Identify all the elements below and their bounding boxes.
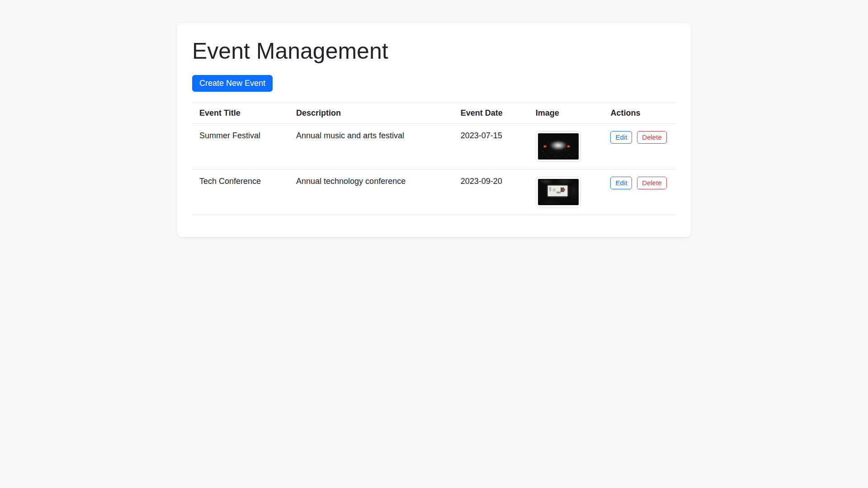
- crowd-speckles: [538, 133, 538, 134]
- column-header-actions: Actions: [603, 103, 676, 124]
- event-actions-cell: Edit Delete: [603, 124, 676, 169]
- events-table-header: Event Title Description Event Date Image…: [192, 103, 676, 124]
- column-header-description: Description: [289, 103, 453, 124]
- presentation-screen: [547, 185, 568, 197]
- column-header-event-date: Event Date: [453, 103, 528, 124]
- screen-red-dot: [563, 189, 565, 191]
- event-management-card: Event Management Create New Event Event …: [177, 23, 691, 237]
- event-image-cell: [528, 124, 604, 169]
- screen-content-blocks: [548, 186, 567, 197]
- column-header-event-title: Event Title: [192, 103, 289, 124]
- event-date-cell: 2023-09-20: [453, 169, 528, 215]
- page-title: Event Management: [192, 38, 676, 65]
- edit-button[interactable]: Edit: [610, 131, 632, 144]
- events-table: Event Title Description Event Date Image…: [192, 103, 676, 215]
- event-title-cell: Tech Conference: [192, 169, 289, 215]
- column-header-image: Image: [528, 103, 604, 124]
- delete-button[interactable]: Delete: [637, 177, 666, 189]
- stage-light-left: [544, 145, 546, 147]
- event-description-cell: Annual technology conference: [289, 169, 453, 215]
- event-date-cell: 2023-07-15: [453, 124, 528, 169]
- create-new-event-button[interactable]: Create New Event: [192, 75, 273, 92]
- event-image-thumbnail: [536, 131, 581, 162]
- stage-light-right: [567, 145, 570, 147]
- event-image-cell: [528, 169, 604, 215]
- presentation-screen-photo: [538, 179, 579, 205]
- table-row-tech-conference: Tech Conference Annual technology confer…: [192, 169, 676, 215]
- event-actions-cell: Edit Delete: [603, 169, 676, 215]
- delete-button[interactable]: Delete: [637, 131, 666, 144]
- event-image-thumbnail: [536, 177, 581, 207]
- event-title-cell: Summer Festival: [192, 124, 289, 169]
- concert-photo: [538, 133, 579, 160]
- event-description-cell: Annual music and arts festival: [289, 124, 453, 169]
- header-row: Event Title Description Event Date Image…: [192, 103, 676, 124]
- table-row-summer-festival: Summer Festival Annual music and arts fe…: [192, 124, 676, 169]
- edit-button[interactable]: Edit: [610, 177, 632, 189]
